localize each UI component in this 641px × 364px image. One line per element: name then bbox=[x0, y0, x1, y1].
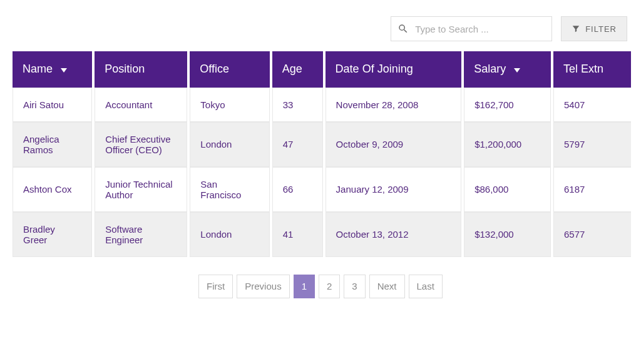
page-number[interactable]: 2 bbox=[319, 275, 340, 298]
cell-salary: $1,200,000 bbox=[464, 122, 551, 167]
cell-office: San Francisco bbox=[190, 167, 269, 212]
col-name-label: Name bbox=[23, 63, 53, 75]
table-row: Ashton CoxJunior Technical AuthorSan Fra… bbox=[13, 167, 631, 212]
cell-age: 66 bbox=[272, 167, 323, 212]
sort-down-icon bbox=[61, 63, 67, 76]
search-icon bbox=[397, 23, 409, 34]
cell-tel: 5797 bbox=[553, 122, 631, 167]
filter-label: FILTER bbox=[585, 24, 617, 34]
page-number[interactable]: 1 bbox=[294, 275, 315, 298]
col-tel-label: Tel Extn bbox=[563, 63, 603, 75]
page-number[interactable]: 3 bbox=[344, 275, 365, 298]
page-first[interactable]: First bbox=[198, 275, 233, 298]
filter-icon bbox=[572, 24, 580, 33]
cell-salary: $162,700 bbox=[464, 88, 551, 122]
cell-name: Airi Satou bbox=[13, 88, 92, 122]
cell-age: 41 bbox=[272, 212, 323, 257]
cell-doj: October 9, 2009 bbox=[326, 122, 462, 167]
col-salary[interactable]: Salary bbox=[464, 51, 551, 88]
svg-marker-1 bbox=[514, 68, 520, 73]
page-next[interactable]: Next bbox=[369, 275, 405, 298]
data-table: Name Position Office Age Date Of Joining… bbox=[10, 51, 631, 257]
col-tel[interactable]: Tel Extn bbox=[553, 51, 631, 88]
table-row: Airi SatouAccountantTokyo33November 28, … bbox=[13, 88, 631, 122]
cell-age: 33 bbox=[272, 88, 323, 122]
col-doj-label: Date Of Joining bbox=[336, 63, 413, 75]
col-doj[interactable]: Date Of Joining bbox=[326, 51, 462, 88]
cell-position: Accountant bbox=[95, 88, 187, 122]
cell-tel: 6187 bbox=[553, 167, 631, 212]
sort-down-icon bbox=[514, 63, 520, 76]
col-age-label: Age bbox=[282, 63, 302, 75]
cell-position: Chief Executive Officer (CEO) bbox=[95, 122, 187, 167]
cell-office: London bbox=[190, 122, 269, 167]
col-position[interactable]: Position bbox=[95, 51, 187, 88]
col-age[interactable]: Age bbox=[272, 51, 323, 88]
filter-button[interactable]: FILTER bbox=[561, 16, 627, 41]
col-office[interactable]: Office bbox=[190, 51, 269, 88]
cell-tel: 5407 bbox=[553, 88, 631, 122]
pagination: First Previous 123 Next Last bbox=[10, 275, 631, 298]
cell-age: 47 bbox=[272, 122, 323, 167]
page-previous[interactable]: Previous bbox=[237, 275, 289, 298]
cell-doj: October 13, 2012 bbox=[326, 212, 462, 257]
cell-tel: 6577 bbox=[553, 212, 631, 257]
cell-doj: November 28, 2008 bbox=[326, 88, 462, 122]
cell-position: Software Engineer bbox=[95, 212, 187, 257]
cell-office: London bbox=[190, 212, 269, 257]
cell-salary: $132,000 bbox=[464, 212, 551, 257]
svg-marker-0 bbox=[61, 68, 67, 73]
col-name[interactable]: Name bbox=[13, 51, 92, 88]
cell-name: Bradley Greer bbox=[13, 212, 92, 257]
table-row: Bradley GreerSoftware EngineerLondon41Oc… bbox=[13, 212, 631, 257]
col-position-label: Position bbox=[105, 63, 145, 75]
cell-position: Junior Technical Author bbox=[95, 167, 187, 212]
cell-doj: January 12, 2009 bbox=[326, 167, 462, 212]
col-office-label: Office bbox=[200, 63, 229, 75]
toolbar: FILTER bbox=[10, 16, 631, 41]
col-salary-label: Salary bbox=[474, 63, 506, 75]
cell-name: Angelica Ramos bbox=[13, 122, 92, 167]
cell-name: Ashton Cox bbox=[13, 167, 92, 212]
cell-office: Tokyo bbox=[190, 88, 269, 122]
table-scroll-region[interactable]: Name Position Office Age Date Of Joining… bbox=[10, 51, 631, 257]
cell-salary: $86,000 bbox=[464, 167, 551, 212]
search-input[interactable] bbox=[414, 23, 545, 35]
table-row: Angelica RamosChief Executive Officer (C… bbox=[13, 122, 631, 167]
search-input-wrapper[interactable] bbox=[391, 16, 552, 41]
page-last[interactable]: Last bbox=[409, 275, 443, 298]
